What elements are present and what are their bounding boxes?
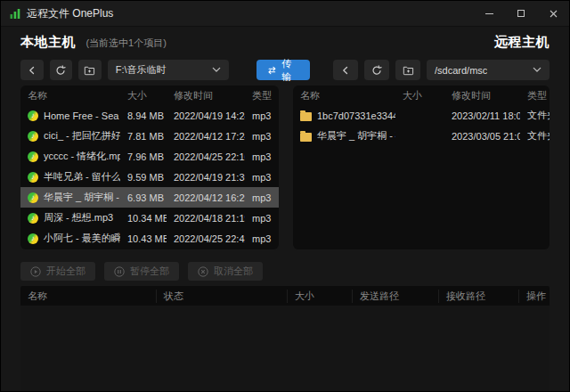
refresh-icon [55, 65, 66, 76]
transfer-button[interactable]: 传输 [256, 60, 310, 80]
queue-table-header: 名称 状态 大小 发送路径 接收路径 操作 [20, 286, 550, 306]
remote-new-folder-button[interactable] [395, 60, 420, 80]
file-type: mp3 [245, 131, 279, 142]
file-size: 10.34 MB [120, 213, 167, 224]
file-type: mp3 [245, 213, 279, 224]
file-name: ycccc - 情绪化.mp3 [44, 150, 120, 163]
pause-circle-icon [114, 266, 125, 277]
local-new-folder-button[interactable] [78, 60, 102, 80]
maximize-icon [517, 10, 525, 17]
col-mtime: 修改时间 [444, 89, 520, 102]
refresh-icon [371, 65, 382, 76]
pause-all-button[interactable]: 暂停全部 [104, 262, 179, 281]
chevron-down-icon [533, 67, 542, 73]
file-name: 周深 - 想想.mp3 [44, 211, 113, 225]
toolbars: F:\音乐临时 传输 /sdcard/msc [20, 60, 550, 80]
file-size: 7.96 MB [120, 151, 167, 162]
folder-icon [300, 112, 312, 121]
file-name: cici_ - 把回忆拼好给... [44, 129, 120, 143]
file-row[interactable]: 半吨兄弟 - 留什么给... 9.59 MB 2022/04/19 21:39 … [20, 167, 279, 187]
signal-icon [10, 8, 20, 19]
local-host-title: 本地主机 [20, 34, 76, 49]
file-row[interactable]: 小阿七 - 最美的瞬间 ... 10.43 MB 2022/04/25 22:4… [20, 228, 279, 249]
titlebar: 远程文件 OnePlus [1, 1, 569, 27]
col-type: 类型 [245, 89, 279, 102]
folder-name: 华晨宇 _ 胡宇桐 - 破... [317, 129, 395, 143]
file-row[interactable]: Home Free - Sea S... 8.94 MB 2022/04/19 … [20, 105, 279, 126]
folder-mtime: 2023/03/05 21:07 [444, 131, 520, 142]
maximize-button[interactable] [505, 1, 537, 26]
col-name: 名称 [20, 290, 156, 303]
remote-refresh-button[interactable] [364, 60, 389, 80]
file-mtime: 2022/04/19 21:39 [167, 172, 245, 183]
file-size: 9.59 MB [120, 172, 167, 183]
col-type: 类型 [520, 89, 550, 102]
file-row[interactable]: ycccc - 情绪化.mp3 7.96 MB 2022/04/25 22:16… [20, 146, 279, 167]
music-file-icon [28, 233, 38, 244]
start-all-button[interactable]: 开始全部 [20, 262, 95, 281]
music-file-icon [28, 213, 38, 224]
col-size: 大小 [287, 290, 352, 303]
file-row-selected[interactable]: 华晨宇 _ 胡宇桐 - 破... 6.93 MB 2022/04/12 16:2… [20, 187, 279, 208]
file-mtime: 2022/04/12 17:24 [167, 131, 245, 142]
remote-file-panel: 名称 大小 修改时间 类型 1bc7d07331e3344f... 2023/0… [293, 86, 550, 249]
new-folder-icon [84, 65, 95, 76]
transfer-arrows-icon [267, 66, 277, 75]
col-name: 名称 [293, 89, 395, 102]
file-row[interactable]: cici_ - 把回忆拼好给... 7.81 MB 2022/04/12 17:… [20, 126, 279, 146]
remote-path-value: /sdcard/msc [435, 65, 487, 76]
local-path-value: F:\音乐临时 [116, 63, 167, 77]
file-type: mp3 [245, 172, 279, 183]
queue-table-body-empty [20, 306, 550, 391]
transfer-label: 传输 [281, 57, 299, 84]
file-size: 7.81 MB [120, 131, 167, 142]
remote-path-dropdown[interactable]: /sdcard/msc [427, 60, 550, 80]
folder-type: 文件夹 [520, 129, 550, 143]
start-all-label: 开始全部 [46, 265, 86, 278]
file-size: 10.43 MB [120, 233, 167, 244]
folder-row[interactable]: 华晨宇 _ 胡宇桐 - 破... 2023/03/05 21:07 文件夹 [293, 126, 550, 146]
file-panels: 名称 大小 修改时间 类型 Home Free - Sea S... 8.94 … [20, 86, 550, 249]
file-mtime: 2022/04/25 22:42 [167, 233, 245, 244]
col-status: 状态 [156, 290, 287, 303]
new-folder-icon [403, 65, 414, 76]
col-send-path: 发送路径 [352, 290, 438, 303]
pause-all-label: 暂停全部 [130, 265, 169, 278]
minimize-icon [485, 13, 493, 14]
remote-back-button[interactable] [333, 60, 358, 80]
host-titles: 本地主机 (当前选中1个项目) 远程主机 [20, 34, 550, 53]
col-size: 大小 [120, 89, 167, 102]
chevron-left-icon [28, 66, 37, 75]
window-title: 远程文件 OnePlus [27, 6, 113, 21]
local-refresh-button[interactable] [50, 60, 73, 80]
music-file-icon [28, 192, 38, 203]
file-name: 半吨兄弟 - 留什么给... [44, 170, 120, 184]
col-name: 名称 [20, 89, 120, 102]
window-controls [473, 1, 569, 26]
file-type: mp3 [245, 192, 279, 203]
col-receive-path: 接收路径 [438, 290, 518, 303]
local-file-panel: 名称 大小 修改时间 类型 Home Free - Sea S... 8.94 … [20, 86, 279, 249]
minimize-button[interactable] [473, 1, 505, 26]
file-type: mp3 [245, 110, 279, 121]
file-type: mp3 [245, 151, 279, 162]
close-button[interactable] [537, 1, 569, 26]
file-mtime: 2022/04/18 21:19 [167, 213, 245, 224]
local-host-header: 本地主机 (当前选中1个项目) [20, 34, 167, 51]
app-window: 远程文件 OnePlus 本地主机 (当前选中1个项目) 远程主机 F:\音乐临… [0, 0, 570, 392]
transfer-queue-table: 名称 状态 大小 发送路径 接收路径 操作 [20, 286, 550, 391]
file-row[interactable]: 周深 - 想想.mp3 10.34 MB 2022/04/18 21:19 mp… [20, 208, 279, 228]
cancel-all-button[interactable]: 取消全部 [188, 262, 263, 281]
folder-icon [300, 133, 312, 142]
music-file-icon [28, 110, 38, 121]
col-operation: 操作 [518, 290, 550, 303]
file-type: mp3 [245, 233, 279, 244]
remote-toolbar: /sdcard/msc [333, 60, 550, 80]
cancel-all-label: 取消全部 [214, 265, 253, 278]
music-file-icon [28, 151, 38, 162]
local-path-dropdown[interactable]: F:\音乐临时 [108, 60, 230, 80]
close-icon [550, 10, 558, 18]
queue-controls: 开始全部 暂停全部 取消全部 [20, 262, 550, 281]
folder-row[interactable]: 1bc7d07331e3344f... 2023/02/11 18:02 文件夹 [293, 105, 550, 126]
local-back-button[interactable] [20, 60, 44, 80]
